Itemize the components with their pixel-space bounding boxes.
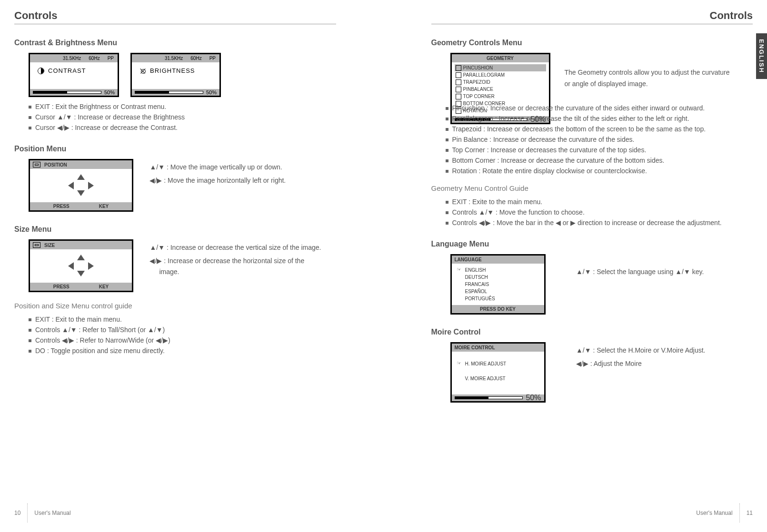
footer-right: User's Manual 11 <box>696 503 753 522</box>
desc-line: ◀/▶ : Increase or decrease the horizonta… <box>149 256 321 277</box>
language-item: PORTUGUÊS <box>456 295 540 302</box>
bullet: EXIT : Exit the Brightness or Contrast m… <box>29 103 336 110</box>
desc-line: ◀/▶ : Move the image horizontally left o… <box>149 175 286 186</box>
section-geometry-guide: Geometry Menu Control Guide <box>431 184 753 192</box>
osd-brightness: 31.5KHz 60Hz PP BRIGHTNESS 50% <box>130 53 221 97</box>
page-header-right: Controls <box>431 10 753 24</box>
osd-mode: PP <box>108 56 114 61</box>
section-language: Language Menu <box>431 240 753 248</box>
bullet: Controls ◀/▶ : Refer to Narrow/Wide (or … <box>29 336 336 344</box>
bullet: Controls ▲/▼ : Refer to Tall/Short (or ▲… <box>29 326 336 334</box>
contrast-label: CONTRAST <box>48 67 86 74</box>
osd-moire: MOIRE CONTROL H. MOIRE ADJUST V. MOIRE A… <box>450 342 546 403</box>
page-number: 11 <box>747 510 753 516</box>
brightness-icon <box>139 68 146 74</box>
bullet: Rotation : Rotate the entire display clo… <box>446 167 753 175</box>
osd-mode: PP <box>209 56 216 61</box>
bullet: DO : Toggle position and size menu direc… <box>29 347 336 355</box>
language-item: DEUTSCH <box>456 274 540 281</box>
osd-contrast: 31.5KHz 60Hz PP CONTRAST 50% <box>29 53 119 97</box>
section-geometry: Geometry Controls Menu <box>431 39 753 47</box>
bullet: Pin Balance : Increase or decrease the c… <box>446 136 753 143</box>
osd-language: LANGUAGE ENGLISH DEUTSCH FRANCAIS ESPAÑO… <box>450 254 546 315</box>
moire-item: V. MOIRE ADJUST <box>456 374 540 383</box>
osd-position: POSITION PRESS KEY <box>29 159 133 212</box>
progress-value: 50% <box>206 89 217 95</box>
geometry-item: TRAPEZOID <box>455 79 546 86</box>
section-position: Position Menu <box>14 145 336 153</box>
contrast-icon <box>38 68 44 74</box>
page-title: Controls <box>14 10 57 24</box>
bullet: Cursor ◀/▶ : Increase or decrease the Co… <box>29 124 336 131</box>
geometry-item: PINCUSHION <box>455 64 546 71</box>
desc-line: ▲/▼ : Select the language using ▲/▼ key. <box>576 266 704 277</box>
section-moire: Moire Control <box>431 328 753 336</box>
osd-size: SIZE PRESS KEY <box>29 239 133 292</box>
osd-size-title: SIZE <box>44 243 55 248</box>
bullet: Trapezoid : Increase or decreases the bo… <box>446 125 753 133</box>
desc-line: ▲/▼ : Select the H.Moire or V.Moire Adju… <box>576 345 706 355</box>
size-icon <box>33 242 40 248</box>
section-contrast-brightness: Contrast & Brightness Menu <box>14 39 336 47</box>
bullet: Bottom Corner : Increase or decrease the… <box>446 157 753 164</box>
page-header-left: Controls <box>14 10 336 24</box>
bullet: EXIT : Exit to the main menu. <box>29 315 336 323</box>
desc-line: ▲/▼ : Increase or decrease the vertical … <box>149 242 321 253</box>
osd-position-title: POSITION <box>44 162 67 167</box>
desc-line: ◀/▶ : Adjust the Moire <box>576 358 706 369</box>
language-item: ESPAÑOL <box>456 288 540 295</box>
osd-freq: 31.5KHz <box>63 56 81 61</box>
manual-label: User's Manual <box>34 510 70 516</box>
progress-track <box>455 396 523 399</box>
osd-language-foot: PRESS DO KEY <box>452 305 544 313</box>
desc-line: ▲/▼ : Move the image vertically up or do… <box>149 162 286 172</box>
geometry-item: PARALLELOGRAM <box>455 71 546 79</box>
bullet: Top Corner : Increase or decreases the c… <box>446 146 753 154</box>
osd-freq: 31.5KHz <box>165 56 183 61</box>
osd-geometry: GEOMETRY PINCUSHION PARALLELOGRAM TRAPEZ… <box>450 53 550 124</box>
position-icon <box>33 162 40 167</box>
section-possize-guide: Position and Size Menu control guide <box>14 302 336 310</box>
section-size: Size Menu <box>14 225 336 234</box>
language-tab: ENGLISH <box>756 33 767 79</box>
dpad-icon <box>68 173 94 198</box>
bullet: Pincushion : Increase or decrease the cu… <box>446 104 753 112</box>
language-item: FRANCAIS <box>456 281 540 288</box>
press-label: PRESS <box>53 284 70 289</box>
geometry-item: PINBALANCE <box>455 86 546 93</box>
press-label: PRESS <box>53 204 70 209</box>
page-number: 10 <box>14 510 20 516</box>
dpad-icon <box>68 254 94 278</box>
osd-refresh: 60Hz <box>89 56 100 61</box>
key-label: KEY <box>99 284 109 289</box>
bullet: Parallelogram : Increase or decrease the… <box>446 115 753 122</box>
geometry-item: TOP CORNER <box>455 93 546 100</box>
progress-track <box>135 91 203 94</box>
key-label: KEY <box>99 204 109 209</box>
bullet: EXIT : Exite to the main menu. <box>446 198 753 206</box>
moire-item: H. MOIRE ADJUST <box>456 359 540 368</box>
progress-value: 50% <box>104 89 115 95</box>
progress-value: 50% <box>526 394 541 402</box>
language-item: ENGLISH <box>456 266 540 274</box>
bullet: Controls ▲/▼ : Move the function to choo… <box>446 208 753 216</box>
osd-moire-title: MOIRE CONTROL <box>452 344 544 352</box>
progress-track <box>33 91 101 94</box>
osd-geometry-title: GEOMETRY <box>452 54 549 62</box>
manual-label: User's Manual <box>696 510 732 516</box>
osd-language-title: LANGUAGE <box>452 256 544 264</box>
bullet: Controls ◀/▶ : Move the bar in the ◀ or … <box>446 219 753 227</box>
osd-refresh: 60Hz <box>190 56 201 61</box>
page-title: Controls <box>710 10 753 24</box>
brightness-label: BRIGHTNESS <box>150 67 195 74</box>
bullet: Cursor ▲/▼ : Increase or decrease the Br… <box>29 113 336 121</box>
geometry-intro: The Geometry controls allow you to adjus… <box>565 67 736 90</box>
footer-left: 10 User's Manual <box>14 503 71 522</box>
